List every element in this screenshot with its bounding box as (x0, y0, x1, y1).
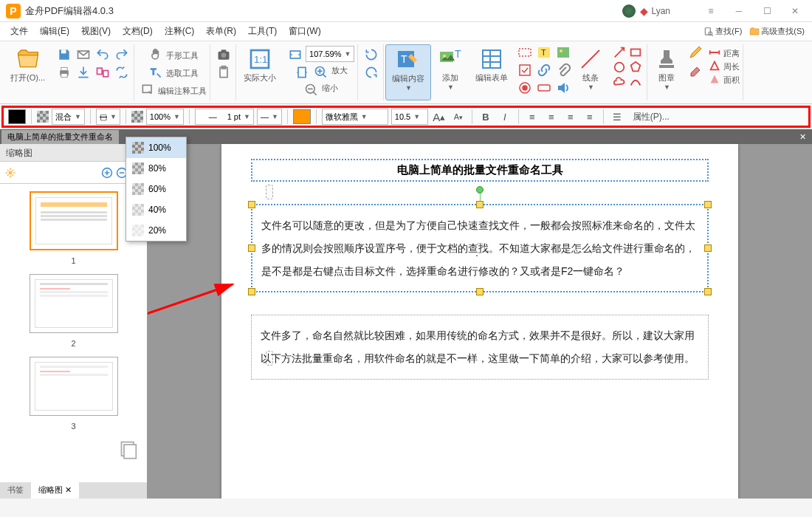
font-increase-button[interactable]: A▴ (431, 109, 447, 125)
radio-button[interactable] (517, 80, 533, 96)
resize-handle-tr[interactable] (704, 201, 712, 208)
zoom-in-button[interactable] (312, 64, 330, 81)
thumbnail-2[interactable] (30, 274, 118, 333)
resize-handle-tm[interactable] (476, 201, 484, 208)
menu-form[interactable]: 表单(R) (200, 24, 242, 39)
nofill-combo[interactable]: ▢▼ (96, 109, 120, 125)
add-button[interactable]: T 添加 ▼ (433, 44, 468, 100)
pencil-button[interactable] (687, 44, 703, 61)
rotate-left-button[interactable] (362, 46, 380, 64)
user-avatar[interactable] (622, 4, 636, 18)
align-right-button[interactable]: ≡ (562, 109, 579, 125)
rotate-right-button[interactable] (362, 64, 380, 81)
perimeter-icon[interactable] (708, 59, 721, 72)
italic-button[interactable]: I (497, 109, 513, 125)
fit-page-button[interactable] (293, 64, 311, 81)
opacity-option-20[interactable]: 20% (126, 220, 186, 241)
attach-button[interactable] (555, 62, 571, 78)
resize-handle-tl[interactable] (248, 201, 255, 208)
sound-button[interactable] (555, 80, 571, 96)
resize-handle-bl[interactable] (248, 288, 255, 295)
fit-width-button[interactable] (286, 46, 304, 64)
edit-form-button[interactable]: 编辑表单 (469, 44, 514, 100)
thumbnail-tab[interactable]: 缩略图 ✕ (31, 482, 79, 499)
menu-file[interactable]: 文件 (4, 24, 34, 39)
edit-content-button[interactable]: T 编辑内容 ▼ (385, 44, 431, 100)
find-button[interactable]: 查找(F) (701, 24, 745, 38)
replace-button[interactable] (113, 64, 131, 81)
align-justify-button[interactable]: ≡ (582, 109, 598, 125)
save-button[interactable] (55, 46, 73, 64)
tab-close-button[interactable]: ✕ (794, 132, 812, 142)
minimize-button[interactable]: ─ (728, 4, 750, 18)
menu-icon[interactable]: ≡ (700, 4, 722, 18)
eraser-button[interactable] (687, 62, 703, 78)
mail-button[interactable] (75, 46, 92, 64)
circle-shape-icon[interactable] (613, 61, 626, 74)
curve-shape-icon[interactable] (629, 75, 642, 89)
button-button[interactable] (536, 80, 552, 96)
resize-handle-ml[interactable] (248, 244, 255, 252)
arrow-shape-icon[interactable] (613, 46, 626, 59)
close-button[interactable]: ✕ (784, 4, 806, 18)
align-center-button[interactable]: ≡ (543, 109, 560, 125)
text-field-button[interactable] (517, 44, 533, 61)
print-button[interactable] (55, 64, 73, 81)
opacity-option-80[interactable]: 80% (126, 158, 186, 179)
menu-window[interactable]: 窗口(W) (283, 24, 326, 39)
polygon-shape-icon[interactable] (629, 61, 642, 74)
font-combo[interactable]: 微软雅黑▼ (322, 109, 388, 125)
align-left-button[interactable]: ≡ (524, 109, 540, 125)
font-size-combo[interactable]: 10.5▼ (391, 109, 428, 125)
thumbnail-1[interactable] (30, 191, 118, 250)
menu-edit[interactable]: 编辑(E) (34, 24, 75, 39)
stub-1[interactable] (266, 185, 273, 199)
menu-comment[interactable]: 注释(C) (159, 24, 201, 39)
zoom-out-button[interactable] (303, 81, 320, 99)
document-tab[interactable]: 电脑上简单的批量文件重命名 (1, 130, 119, 144)
opacity-option-40[interactable]: 40% (126, 199, 186, 220)
bookmark-tab[interactable]: 书签 (0, 482, 31, 499)
thumbnail-3[interactable] (30, 357, 118, 416)
page-canvas[interactable]: 电脑上简单的批量文件重命名工具 · 文件名可以随意的更改，但是为了方便自己快速查… (221, 144, 738, 499)
gear-icon[interactable] (4, 167, 16, 179)
annot-tool-button[interactable] (139, 81, 156, 99)
image-button[interactable] (555, 44, 571, 61)
clipboard-button[interactable] (215, 64, 233, 81)
undo-button[interactable] (94, 46, 111, 64)
zoom-combo[interactable]: 107.59%▼ (306, 46, 354, 62)
line-button[interactable]: 线条 ▼ (573, 44, 608, 100)
stamp-button[interactable]: 图章 ▼ (649, 44, 684, 100)
stroke-style-combo[interactable]: —▼ (257, 109, 282, 125)
user-name[interactable]: Lyan (651, 6, 670, 16)
resize-handle-br[interactable] (704, 288, 712, 295)
redo-button[interactable] (113, 46, 131, 64)
sidebar-zoom-in-icon[interactable] (101, 167, 113, 179)
doc-title[interactable]: 电脑上简单的批量文件重命名工具 (251, 159, 709, 182)
open-button[interactable]: 打开(O)... (4, 44, 51, 100)
text-color-swatch[interactable] (293, 109, 311, 124)
stroke-width-combo[interactable]: — 1 pt▼ (195, 109, 254, 125)
rect-shape-icon[interactable] (629, 46, 642, 59)
opacity-option-60[interactable]: 60% (126, 179, 186, 199)
distance-icon[interactable] (708, 46, 721, 59)
select-tool-button[interactable]: T (147, 64, 165, 81)
menu-doc[interactable]: 文档(D) (117, 24, 159, 39)
properties-button[interactable]: 属性(P)... (633, 111, 670, 123)
actual-size-button[interactable]: 1:1 实际大小 (238, 44, 282, 100)
blend-combo[interactable]: 混合▼ (52, 109, 85, 125)
pages-stack-icon[interactable] (119, 439, 140, 460)
area-icon[interactable] (708, 72, 721, 86)
snapshot-button[interactable] (215, 46, 233, 64)
checkbox-button[interactable] (517, 62, 533, 78)
rotate-handle[interactable] (476, 186, 484, 194)
hand-tool-button[interactable] (147, 46, 165, 64)
text-block-2[interactable]: 文件多了，命名自然就比较困难，如果用传统的命名方式，效果并不是很好。所以，建议大… (251, 315, 709, 380)
fill-color-swatch[interactable] (8, 109, 26, 124)
menu-view[interactable]: 视图(V) (75, 24, 117, 39)
resize-handle-bm[interactable] (476, 288, 484, 295)
menu-tool[interactable]: 工具(T) (242, 24, 283, 39)
export-button[interactable] (75, 64, 92, 81)
link-button[interactable] (536, 62, 552, 78)
maximize-button[interactable]: ☐ (756, 4, 778, 18)
